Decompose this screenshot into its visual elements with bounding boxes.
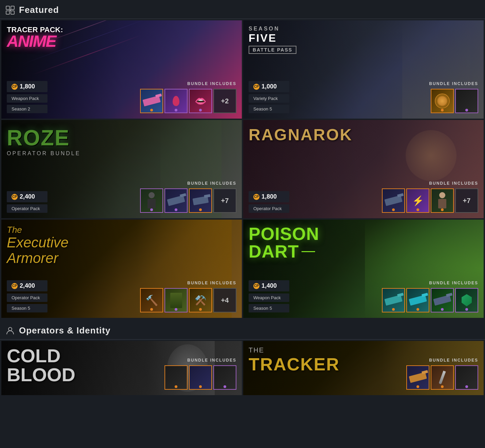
item-thumb: 🔨 [140,288,163,312]
cp-icon: CP [12,194,18,200]
operators-header: Operators & Identity [0,321,485,340]
more-items-badge: +7 [455,188,478,213]
item-thumb [140,89,163,113]
item-thumb [140,188,163,213]
tag-variety-pack: Variety Pack [249,94,289,103]
ragnarok-meta: CP 1,800 Operator Pack [249,191,289,213]
item-thumb [213,365,236,390]
season5-content: CP 1,000 Variety Pack Season 5 BUNDLE IN… [243,20,484,119]
poison-dart-price: CP 1,400 [249,280,289,291]
item-thumb [431,188,454,213]
ragnarok-items: ⚡ [382,188,478,213]
item-thumb [382,188,405,213]
executive-includes: BUNDLE INCLUDES 🔨 [140,281,236,312]
tracer-anime-price: CP 1,800 [7,81,47,92]
card-cold-blood[interactable]: COLD BLOOD BUNDLE INCLUDES [1,341,242,395]
card-tracer-anime[interactable]: TRACER PACK: ANIME CP 1,800 Weapon Pack … [1,20,242,119]
more-items-badge: +7 [213,188,236,213]
cp-icon: CP [12,283,18,289]
svg-rect-2 [6,11,9,14]
item-thumb [406,288,429,312]
cp-icon: CP [12,84,18,90]
item-thumb [455,288,478,312]
featured-title: Featured [19,5,59,15]
cold-blood-content: BUNDLE INCLUDES [1,341,242,395]
more-items-badge: +2 [213,89,236,113]
cold-blood-items [7,365,236,390]
poison-dart-items [382,288,478,312]
featured-section: Featured TRACER PACK: ANIME [0,0,485,319]
item-thumb [455,89,478,113]
tag-season2: Season 2 [7,105,47,113]
tracer-anime-includes: BUNDLE INCLUDES [140,81,236,113]
card-season5-bp[interactable]: SEASON FIVE BATTLE PASS CP 1,000 Variety… [243,20,484,119]
tag-operator-pack: Operator Pack [7,204,47,213]
tracker-content: BUNDLE INCLUDES [243,341,484,395]
roze-price: CP 2,400 [7,191,47,202]
card-roze[interactable]: ROZE OPERATOR BUNDLE CP 2,400 Operator P… [1,120,242,218]
card-tracker[interactable]: THE TRACKER BUNDLE INCLUDES [243,341,484,395]
roze-items: +7 [140,188,236,213]
roze-content: CP 2,400 Operator Pack BUNDLE INCLUDES [1,120,242,218]
item-thumb [431,89,454,113]
item-thumb [164,365,188,390]
tracer-anime-meta: CP 1,800 Weapon Pack Season 2 [7,81,47,113]
ragnarok-includes: BUNDLE INCLUDES ⚡ [382,181,478,213]
item-thumb [164,288,188,312]
item-thumb: 👄 [189,89,212,113]
season5-items [431,89,478,113]
card-ragnarok[interactable]: RAGNAROK CP 1,800 Operator Pack BUNDLE I… [243,120,484,218]
roze-includes: BUNDLE INCLUDES [140,181,236,213]
svg-rect-0 [6,6,9,9]
poison-dart-meta: CP 1,400 Weapon Pack Season 5 [249,280,289,312]
season5-includes: BUNDLE INCLUDES [429,81,478,113]
cp-icon: CP [253,84,259,90]
more-items-badge: +4 [213,288,236,312]
svg-rect-1 [11,6,14,9]
season5-meta: CP 1,000 Variety Pack Season 5 [249,81,289,113]
tag-operator-pack: Operator Pack [7,293,47,302]
card-executive[interactable]: The Executive Armorer CP 2,400 Operator … [1,220,242,318]
tag-season5: Season 5 [7,304,47,312]
item-thumb [164,89,188,113]
season5-price: CP 1,000 [249,81,289,92]
card-poison-dart[interactable]: POISON DART CP 1,400 Weapon Pack Season … [243,220,484,318]
item-thumb: ⚡ [406,188,429,213]
svg-rect-3 [11,11,14,14]
tag-weapon-pack: Weapon Pack [249,293,289,302]
item-thumb [431,288,454,312]
executive-content: CP 2,400 Operator Pack Season 5 BUNDLE I… [1,220,242,318]
operators-grid: COLD BLOOD BUNDLE INCLUDES [0,340,485,396]
item-thumb [382,288,405,312]
poison-dart-includes: BUNDLE INCLUDES [382,281,478,312]
roze-meta: CP 2,400 Operator Pack [7,191,47,213]
executive-meta: CP 2,400 Operator Pack Season 5 [7,280,47,312]
tag-operator-pack: Operator Pack [249,204,289,213]
cp-icon: CP [253,194,259,200]
item-thumb [164,188,188,213]
item-thumb: ⚒️ [189,288,212,312]
featured-grid: TRACER PACK: ANIME CP 1,800 Weapon Pack … [0,19,485,319]
operators-section: Operators & Identity COLD BLOOD BUNDLE I… [0,321,485,396]
poison-dart-content: CP 1,400 Weapon Pack Season 5 BUNDLE INC… [243,220,484,318]
item-thumb [406,365,429,390]
tag-season5: Season 5 [249,304,289,312]
item-thumb [431,365,454,390]
operators-title: Operators & Identity [19,325,111,336]
item-thumb [189,188,212,213]
tracer-anime-content: CP 1,800 Weapon Pack Season 2 BUNDLE INC… [1,20,242,119]
cp-icon: CP [253,283,259,289]
item-thumb [455,365,478,390]
executive-items: 🔨 ⚒️ [140,288,236,312]
featured-header: Featured [0,0,485,19]
ragnarok-price: CP 1,800 [249,191,289,202]
tag-weapon-pack: Weapon Pack [7,94,47,103]
svg-point-4 [9,9,11,11]
executive-price: CP 2,400 [7,280,47,291]
sparkle-icon [5,5,15,15]
svg-point-5 [8,327,12,331]
item-thumb [189,365,212,390]
tag-season5: Season 5 [249,105,289,113]
tracer-anime-items: 👄 +2 [140,89,236,113]
person-icon [5,326,15,335]
